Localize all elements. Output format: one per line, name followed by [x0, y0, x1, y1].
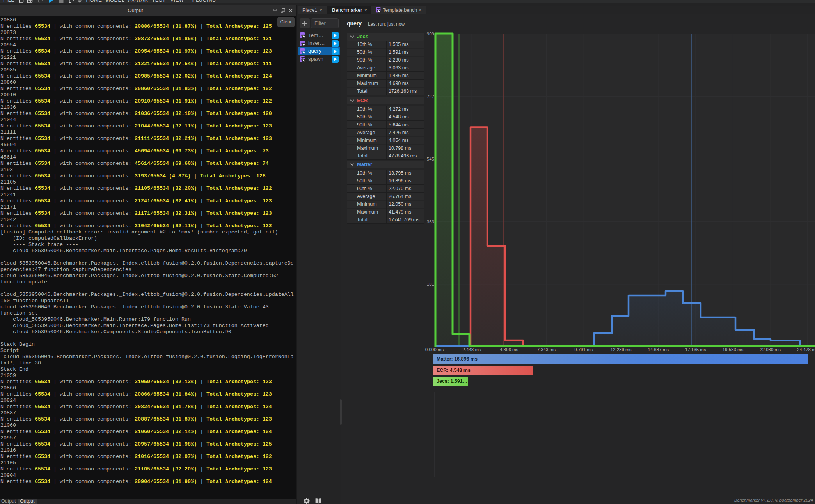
svg-text:19.583 ms: 19.583 ms	[723, 347, 744, 352]
svg-text:363: 363	[427, 219, 434, 224]
svg-text:181: 181	[427, 282, 434, 286]
svg-text:17.135 ms: 17.135 ms	[685, 347, 706, 352]
svg-text:24.478 ms: 24.478 ms	[797, 347, 815, 352]
svg-text:545: 545	[427, 157, 434, 161]
svg-text:0.000 ms: 0.000 ms	[425, 347, 444, 352]
svg-text:7.343 ms: 7.343 ms	[537, 347, 556, 352]
svg-text:14.687 ms: 14.687 ms	[648, 347, 669, 352]
svg-text:4.896 ms: 4.896 ms	[500, 347, 518, 352]
svg-text:9.791 ms: 9.791 ms	[574, 347, 593, 352]
svg-text:12.239 ms: 12.239 ms	[611, 347, 632, 352]
svg-text:2.448 ms: 2.448 ms	[462, 347, 481, 352]
svg-text:22.030 ms: 22.030 ms	[760, 347, 781, 352]
svg-text:727: 727	[427, 94, 434, 99]
svg-text:909: 909	[427, 32, 434, 36]
